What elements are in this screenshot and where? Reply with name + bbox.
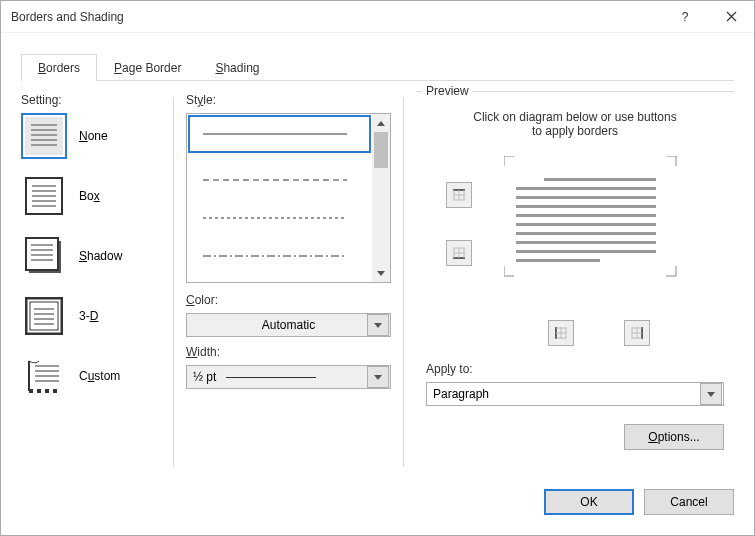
style-list: [187, 114, 372, 282]
divider-1: [173, 97, 174, 467]
color-dropdown-arrow[interactable]: [367, 314, 389, 336]
preview-legend: Preview: [422, 84, 473, 98]
titlebar: Borders and Shading ?: [1, 1, 754, 33]
tab-strip: Borders Page Border Shading: [21, 53, 754, 80]
setting-label: Setting:: [21, 93, 161, 107]
custom-icon: [21, 353, 67, 399]
preview-diagram[interactable]: [426, 158, 724, 308]
setting-column: Setting: None Box Shadow: [21, 93, 161, 471]
setting-shadow-label: Shadow: [79, 249, 122, 263]
width-value: ½ pt: [193, 370, 384, 384]
style-item-dash-dot[interactable]: [187, 234, 372, 274]
border-left-toggle[interactable]: [548, 320, 574, 346]
color-value: Automatic: [193, 318, 384, 332]
corner-tr-icon: [666, 156, 680, 170]
close-icon: [726, 11, 737, 22]
shadow-icon: [21, 233, 67, 279]
setting-box[interactable]: Box: [21, 173, 161, 219]
width-dropdown[interactable]: ½ pt: [186, 365, 391, 389]
3d-icon: [21, 293, 67, 339]
scroll-thumb[interactable]: [374, 132, 388, 168]
help-button[interactable]: ?: [662, 1, 708, 33]
close-button[interactable]: [708, 1, 754, 33]
none-icon: [21, 113, 67, 159]
options-button[interactable]: Options...: [624, 424, 724, 450]
setting-shadow[interactable]: Shadow: [21, 233, 161, 279]
style-label: Style:: [186, 93, 391, 107]
svg-rect-31: [45, 389, 49, 393]
scroll-up-icon[interactable]: [372, 114, 390, 132]
border-bottom-toggle[interactable]: [446, 240, 472, 266]
setting-none[interactable]: None: [21, 113, 161, 159]
svg-rect-30: [37, 389, 41, 393]
setting-box-label: Box: [79, 189, 100, 203]
color-label: Color:: [186, 293, 391, 307]
style-item-short-dash[interactable]: [187, 194, 372, 234]
chevron-down-icon: [374, 323, 382, 328]
preview-group: Preview Click on diagram below or use bu…: [416, 91, 734, 460]
setting-3d[interactable]: 3-D: [21, 293, 161, 339]
scroll-down-icon[interactable]: [372, 264, 390, 282]
style-column: Style: Color: Automatic: [186, 93, 391, 471]
color-dropdown[interactable]: Automatic: [186, 313, 391, 337]
width-dropdown-arrow[interactable]: [367, 366, 389, 388]
preview-paragraph[interactable]: [516, 178, 656, 268]
setting-custom[interactable]: Custom: [21, 353, 161, 399]
svg-rect-32: [53, 389, 57, 393]
border-right-toggle[interactable]: [624, 320, 650, 346]
apply-to-dropdown[interactable]: Paragraph: [426, 382, 724, 406]
svg-rect-29: [29, 389, 33, 393]
setting-3d-label: 3-D: [79, 309, 98, 323]
style-listbox[interactable]: [186, 113, 391, 283]
vertical-border-toggles: [474, 320, 724, 346]
style-item-solid[interactable]: [187, 114, 372, 154]
corner-tl-icon: [504, 156, 518, 170]
divider-2: [403, 97, 404, 467]
ok-button[interactable]: OK: [544, 489, 634, 515]
tab-page-border[interactable]: Page Border: [97, 54, 198, 81]
borders-shading-dialog: Borders and Shading ? Borders Page Borde…: [0, 0, 755, 536]
width-label: Width:: [186, 345, 391, 359]
cancel-button[interactable]: Cancel: [644, 489, 734, 515]
corner-br-icon: [666, 266, 680, 280]
box-icon: [21, 173, 67, 219]
style-item-long-dash[interactable]: [187, 154, 372, 194]
style-scrollbar[interactable]: [372, 114, 390, 282]
svg-rect-18: [26, 298, 62, 334]
chevron-down-icon: [374, 375, 382, 380]
apply-to-value: Paragraph: [433, 387, 717, 401]
tab-borders[interactable]: Borders: [21, 54, 97, 81]
setting-custom-label: Custom: [79, 369, 120, 383]
tab-content: Setting: None Box Shadow: [1, 81, 754, 479]
border-top-toggle[interactable]: [446, 182, 472, 208]
tab-shading[interactable]: Shading: [198, 54, 276, 81]
dialog-footer: OK Cancel: [1, 479, 754, 535]
setting-none-label: None: [79, 129, 108, 143]
dialog-title: Borders and Shading: [11, 10, 662, 24]
preview-hint: Click on diagram below or use buttons to…: [426, 110, 724, 138]
apply-to-label: Apply to:: [426, 362, 724, 376]
preview-column: Preview Click on diagram below or use bu…: [416, 93, 734, 471]
apply-to-row: Apply to: Paragraph: [426, 362, 724, 406]
apply-to-arrow[interactable]: [700, 383, 722, 405]
corner-bl-icon: [504, 266, 518, 280]
chevron-down-icon: [707, 392, 715, 397]
